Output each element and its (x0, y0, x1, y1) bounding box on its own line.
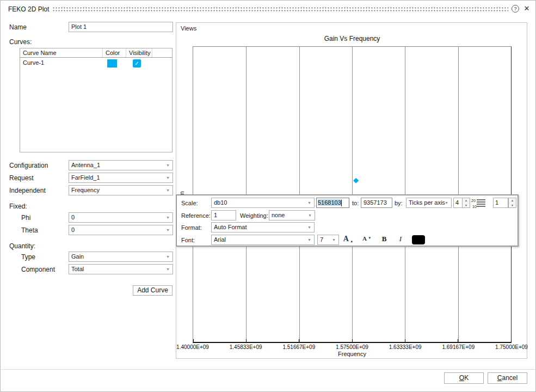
axis-to-input[interactable]: 9357173 (361, 198, 392, 208)
configuration-value: Antenna_1 (71, 162, 100, 168)
configuration-select[interactable]: Antenna_1 ▾ (69, 160, 173, 170)
chevron-down-icon[interactable]: ▾ (164, 226, 172, 234)
x-axis-tick (299, 339, 299, 342)
increase-font-icon[interactable]: A ▲ (342, 235, 354, 245)
reference-input[interactable]: 1 (211, 210, 236, 220)
font-size-select[interactable]: 7 ▾ (317, 235, 339, 245)
phi-label: Phi (21, 214, 30, 222)
add-curve-button[interactable]: Add Curve (133, 285, 172, 296)
scale-select[interactable]: db10 ▾ (211, 198, 315, 208)
views-group-label: Views (181, 25, 196, 32)
data-point-diamond[interactable]: ◆ (353, 176, 359, 183)
drag-handle-dots[interactable] (52, 7, 508, 11)
phi-value: 0 (71, 214, 75, 220)
bold-icon[interactable]: B (378, 235, 390, 245)
font-family-select[interactable]: Arial ▾ (211, 235, 315, 245)
x-axis-tick (246, 339, 247, 342)
axis-from-input[interactable]: 5168103 (316, 198, 349, 208)
close-icon[interactable]: ✕ (522, 4, 531, 13)
col-header-curve-name[interactable]: Curve Name (20, 48, 103, 57)
x-axis-tick-label: 1.75000E+09 (495, 344, 528, 350)
type-label: Type (21, 253, 35, 261)
font-label: Font: (181, 237, 195, 243)
axis-from-selected-text: 5168103 (318, 199, 341, 206)
format-select[interactable]: Auto Format ▾ (211, 222, 315, 232)
x-axis-tick-label: 1.69167E+09 (442, 344, 475, 350)
decrease-font-icon[interactable]: A ▼ (361, 235, 373, 245)
x-axis-tick (193, 339, 194, 342)
chevron-down-icon[interactable]: ▾ (330, 236, 338, 244)
spin-down-icon[interactable]: ▼ (509, 203, 516, 208)
phi-select[interactable]: 0 ▾ (69, 212, 173, 223)
col-header-color[interactable]: Color (103, 48, 126, 57)
chevron-down-icon[interactable]: ▾ (164, 174, 172, 182)
visibility-checkbox-checked[interactable]: ✓ (133, 59, 141, 68)
request-label: Request (9, 174, 34, 182)
x-axis-tick-label: 1.40000E+09 (176, 344, 209, 350)
cancel-button[interactable]: Cancel (488, 372, 527, 384)
font-color-swatch[interactable] (412, 235, 425, 244)
ok-button[interactable]: OK (444, 372, 484, 384)
italic-icon[interactable]: I (395, 235, 406, 245)
feko-2d-plot-dialog: FEKO 2D Plot ? ✕ Name Plot 1 Curves: Cur… (0, 0, 536, 392)
footer-separator (1, 369, 535, 370)
views-group: Views Gain Vs Frequency ◆ 1.40000E+091.4… (176, 22, 527, 359)
font-size-value: 7 (320, 236, 323, 243)
x-axis-tick (405, 339, 405, 342)
theta-label: Theta (21, 226, 38, 234)
chart-title: Gain Vs Frequency (193, 35, 512, 42)
format-value: Auto Format (214, 224, 247, 230)
plot-name-input[interactable]: Plot 1 (69, 22, 173, 32)
by-mode-select[interactable]: Ticks per axis ▾ (406, 198, 452, 208)
curves-table[interactable]: Curve Name Color Visibility Curve-1 ✓ (20, 48, 172, 152)
chevron-down-icon[interactable]: ▾ (305, 199, 313, 207)
curves-label: Curves: (9, 38, 32, 46)
ticks-per-axis-spinner[interactable]: ▲ ▼ (462, 198, 470, 208)
theta-select[interactable]: 0 ▾ (69, 225, 173, 235)
chevron-down-icon[interactable]: ▾ (164, 213, 172, 222)
dialog-title: FEKO 2D Plot (8, 5, 49, 13)
chevron-down-icon[interactable]: ▾ (305, 236, 313, 244)
spin-up-icon[interactable]: ▲ (509, 198, 516, 203)
spin-up-icon[interactable]: ▲ (463, 198, 470, 203)
minor-ticks-spinner[interactable]: ▲ ▼ (508, 198, 516, 208)
chevron-down-icon[interactable]: ▾ (164, 253, 172, 261)
ticks-per-axis-input[interactable]: 4 (453, 198, 463, 208)
by-mode-value: Ticks per axis (409, 199, 445, 206)
svg-text:10: 10 (472, 205, 477, 209)
minor-ticks-input[interactable]: 1 (493, 198, 508, 208)
type-select[interactable]: Gain ▾ (69, 252, 173, 262)
spin-down-icon[interactable]: ▼ (463, 203, 470, 208)
weighting-label: Weighting: (240, 212, 268, 219)
ok-label: O (459, 374, 464, 382)
x-axis-tick-label: 1.57500E+09 (336, 344, 368, 350)
weighting-select[interactable]: none ▾ (269, 210, 315, 220)
name-label: Name (9, 23, 27, 31)
col-header-visibility[interactable]: Visibility (126, 48, 152, 57)
chevron-down-icon[interactable]: ▾ (305, 223, 313, 231)
request-select[interactable]: FarField_1 ▾ (69, 173, 173, 183)
weighting-value: none (272, 212, 285, 218)
col-header-empty (152, 48, 172, 57)
chevron-down-icon[interactable]: ▾ (164, 265, 172, 273)
component-label: Component (21, 266, 55, 273)
curve-color-swatch[interactable] (107, 59, 117, 68)
font-family-value: Arial (214, 236, 226, 243)
title-bar: FEKO 2D Plot ? ✕ (1, 1, 535, 17)
chevron-down-icon[interactable]: ▾ (442, 199, 451, 207)
table-row[interactable]: Curve-1 ✓ (20, 58, 172, 69)
to-label: to: (352, 200, 359, 206)
x-axis-title: Frequency (193, 351, 512, 357)
by-label: by: (395, 200, 403, 206)
x-axis-tick-label: 1.45833E+09 (230, 344, 262, 350)
scale-label: Scale: (181, 200, 198, 206)
curve-name-cell[interactable]: Curve-1 (23, 59, 44, 66)
chevron-down-icon[interactable]: ▾ (164, 161, 172, 169)
help-icon[interactable]: ? (512, 5, 519, 13)
chevron-down-icon[interactable]: ▾ (164, 186, 172, 194)
x-axis-tick-labels: 1.40000E+091.45833E+091.51667E+091.57500… (193, 344, 512, 351)
independent-select[interactable]: Frequency ▾ (69, 185, 173, 195)
component-select[interactable]: Total ▾ (69, 264, 173, 274)
chevron-down-icon[interactable]: ▾ (306, 211, 314, 219)
request-value: FarField_1 (71, 174, 100, 181)
